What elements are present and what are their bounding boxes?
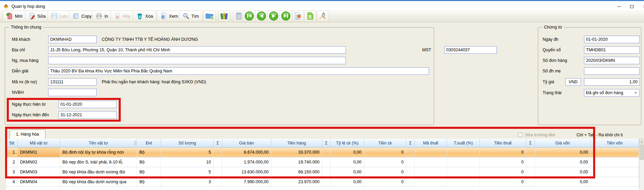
find-button[interactable]: Tìm (179, 11, 202, 21)
cell-name[interactable]: Bộ nẹp đòn S, trái/ phải, 6-10 lỗ, (60, 157, 137, 167)
col-disc-pct-header[interactable]: Tỷ lệ ck (%) (331, 139, 364, 148)
cell-name[interactable]: Bộ đinh nội tủy tự khóa rỗng nòn (60, 148, 137, 157)
cell-disc[interactable]: 0 (364, 157, 406, 167)
edit-money-checkbox[interactable] (518, 133, 523, 137)
cell-tax-code[interactable] (415, 157, 447, 167)
cell-stt[interactable]: 1 (6, 148, 18, 157)
new-button[interactable]: Mới (3, 11, 26, 21)
col-name-header[interactable]: Tên vật tư (60, 139, 137, 148)
scroll-up-icon[interactable]: ▲ (639, 139, 644, 144)
cell-qty[interactable]: 5 (161, 148, 214, 157)
buyer-input[interactable] (48, 57, 346, 64)
col-amount-header[interactable]: Tiền hàng (271, 139, 322, 148)
view-button[interactable]: Xem (157, 11, 181, 21)
tab-hang-hoa[interactable]: 1. Hàng hóa (9, 129, 45, 139)
status-dropdown[interactable]: Đã ghi sổ đơn hàng ▼ (584, 89, 640, 97)
col-cost-header[interactable]: Tiền vốn (591, 139, 639, 148)
cell-tax-code[interactable] (415, 167, 447, 177)
cell-tax-code[interactable] (415, 148, 447, 157)
cell-tax[interactable]: 0 (480, 167, 526, 177)
print-button[interactable]: In (92, 11, 112, 21)
col-tax-rate-header[interactable]: T.suất (%) (447, 139, 480, 148)
cell-price[interactable]: 13.630.000,00 (222, 167, 271, 177)
cell-tax-rate[interactable] (447, 148, 480, 157)
disc-sum-button[interactable]: Σ (406, 139, 415, 148)
parent-order-input[interactable] (584, 67, 640, 75)
open-folder-button[interactable] (203, 11, 216, 21)
cell-tax-code[interactable] (415, 177, 447, 187)
col-cost-price-header[interactable]: Giá vốn (535, 139, 591, 148)
cell-disc-pct[interactable]: 0,00 (331, 167, 364, 177)
cell-unit[interactable]: Bộ (137, 148, 161, 157)
table-row[interactable]: 3 DKMN03 Bộ nẹp khóa đầu dưới xương đùi … (6, 167, 639, 177)
nav-previous-button[interactable] (255, 11, 268, 21)
address-input[interactable]: J1-J5 Bửu Long, Phường 15, Quận 10, Thàn… (48, 46, 346, 54)
cell-stt[interactable]: 2 (6, 157, 18, 167)
cell-tax[interactable]: 0 (480, 157, 526, 167)
cell-cost[interactable] (591, 177, 639, 187)
cell-cost[interactable] (591, 148, 639, 157)
date-to-input[interactable]: 31-12-2021 (58, 111, 117, 119)
delete-button[interactable]: Xóa (133, 11, 156, 21)
customer-code-input[interactable]: DKMNHAD (48, 36, 97, 43)
order-date-input[interactable]: 01-01-2020 (584, 36, 640, 43)
cell-price[interactable]: 6.674.000,00 (222, 148, 271, 157)
cell-amount[interactable]: 33.370.000 (271, 148, 322, 157)
cell-disc[interactable]: 0 (364, 148, 406, 157)
cell-cost[interactable] (591, 157, 639, 167)
copy-button[interactable]: Copy (69, 11, 95, 21)
table-row[interactable]: 1 DKMN01 Bộ đinh nội tủy tự khóa rỗng nò… (6, 148, 639, 157)
favorite-document-button[interactable] (292, 11, 304, 21)
salesperson-input[interactable] (48, 89, 97, 96)
export-excel-button[interactable] (305, 11, 316, 21)
cell-cost[interactable] (591, 167, 639, 177)
vertical-scrollbar[interactable]: ▲ (639, 139, 644, 190)
cell-qty[interactable]: 10 (161, 157, 214, 167)
nav-last-button[interactable] (279, 11, 292, 21)
mst-input[interactable]: 0303244037 (444, 46, 497, 54)
nav-first-button[interactable] (243, 11, 256, 21)
cell-code[interactable]: DKMN03 (18, 167, 60, 177)
col-unit-header[interactable]: Đvt (137, 139, 161, 148)
cell-cost-price[interactable]: 0,00 (535, 177, 591, 187)
cell-unit[interactable]: Bộ (137, 167, 161, 177)
cell-amount[interactable]: 23.970.000 (271, 177, 322, 187)
cell-cost-price[interactable]: 0,00 (535, 157, 591, 167)
cell-tax-rate[interactable] (447, 177, 480, 187)
cell-unit[interactable]: Bộ (137, 177, 161, 187)
cell-amount[interactable]: 68.150.000 (271, 167, 322, 177)
cell-disc-pct[interactable]: 0,00 (331, 148, 364, 157)
cell-code[interactable]: DKMN02 (18, 157, 60, 167)
documents-archive-button[interactable]: A (218, 11, 230, 21)
cell-disc[interactable]: 0 (364, 177, 406, 187)
cell-tax[interactable]: 0 (480, 148, 526, 157)
tools-button[interactable] (317, 11, 328, 21)
cell-qty[interactable]: 3 (161, 177, 214, 187)
col-disc-header[interactable]: Tiền ck (364, 139, 406, 148)
cell-price[interactable]: 1.974.000,00 (222, 157, 271, 167)
cell-tax-rate[interactable] (447, 157, 480, 167)
cell-cost-price[interactable]: 0,00 (535, 167, 591, 177)
cell-tax-rate[interactable] (447, 167, 480, 177)
column-resize-grip-icon[interactable] (134, 141, 136, 145)
table-row[interactable]: 4 DKMN04 Bộ nẹp khóa đầu dưới xương qua … (6, 177, 639, 187)
table-row[interactable]: 2 DKMN02 Bộ nẹp đòn S, trái/ phải, 6-10 … (6, 157, 639, 167)
col-tax-header[interactable]: Tiền thuế (480, 139, 526, 148)
col-price-header[interactable]: Giá bán (222, 139, 271, 148)
cell-amount[interactable]: 19.740.000 (271, 157, 322, 167)
save-button[interactable]: Lưu (47, 11, 71, 21)
tax-sum-button[interactable]: Σ (526, 139, 535, 148)
book-input[interactable]: TMHDB01 (584, 46, 640, 54)
col-code-header[interactable]: Mã vật tư (18, 139, 60, 148)
cell-name[interactable]: Bộ nẹp khóa đầu dưới xương qua (60, 177, 137, 187)
cell-unit[interactable]: Bộ (137, 157, 161, 167)
cell-stt[interactable]: 4 (6, 177, 18, 187)
cell-code[interactable]: DKMN01 (18, 148, 60, 157)
cell-tax[interactable]: 0 (480, 177, 526, 187)
cell-code[interactable]: DKMN04 (18, 177, 60, 187)
cell-name[interactable]: Bộ nẹp khóa đầu dưới xương đùi (60, 167, 137, 177)
currency-input[interactable]: VND (565, 78, 581, 86)
exchange-rate-input[interactable]: 1,00 (584, 78, 640, 86)
cell-disc[interactable]: 0 (364, 167, 406, 177)
description-input[interactable]: Thầu 2020 BV Đa khoa Khu Vực Miền Núi Ph… (48, 67, 429, 75)
